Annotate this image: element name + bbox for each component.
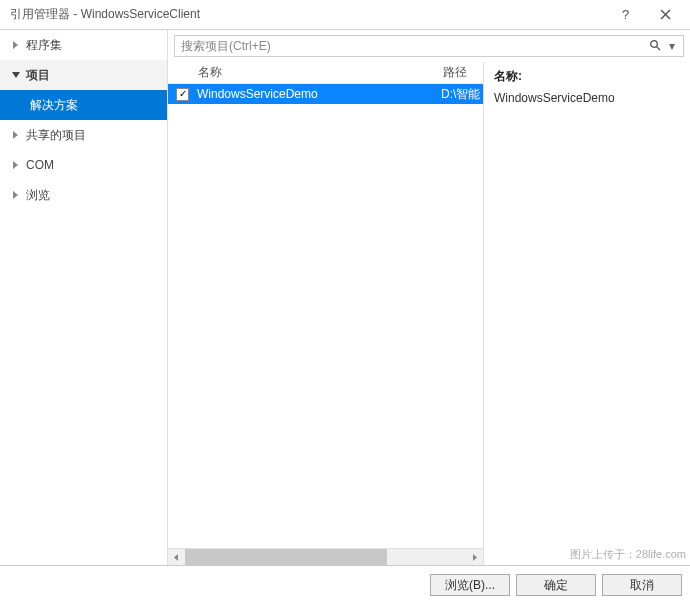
details-name-label: 名称: xyxy=(494,68,680,85)
sidebar-item-com[interactable]: COM xyxy=(0,150,167,180)
titlebar-controls: ? xyxy=(605,1,685,29)
scrollbar-track[interactable] xyxy=(185,549,466,565)
main-area: 程序集 项目 解决方案 共享的项目 COM 浏览 xyxy=(0,30,690,566)
titlebar: 引用管理器 - WindowsServiceClient ? xyxy=(0,0,690,30)
ok-button[interactable]: 确定 xyxy=(516,574,596,596)
content-row: 名称 路径 ✓ WindowsServiceDemo D:\智能 xyxy=(168,62,690,565)
scroll-left-icon[interactable] xyxy=(168,549,185,566)
column-header-path[interactable]: 路径 xyxy=(443,64,483,81)
svg-line-4 xyxy=(657,46,661,50)
sidebar-item-shared-projects[interactable]: 共享的项目 xyxy=(0,120,167,150)
list-row[interactable]: ✓ WindowsServiceDemo D:\智能 xyxy=(168,84,483,104)
chevron-right-icon xyxy=(10,41,22,49)
sidebar-item-label: 共享的项目 xyxy=(26,127,86,144)
sidebar-item-label: COM xyxy=(26,158,54,172)
sidebar-item-label: 浏览 xyxy=(26,187,50,204)
column-header-name[interactable]: 名称 xyxy=(198,64,443,81)
horizontal-scrollbar[interactable] xyxy=(168,548,483,565)
svg-text:?: ? xyxy=(622,8,629,22)
dialog-footer: 浏览(B)... 确定 取消 xyxy=(0,566,690,604)
cancel-button[interactable]: 取消 xyxy=(602,574,682,596)
sidebar-item-assemblies[interactable]: 程序集 xyxy=(0,30,167,60)
sidebar: 程序集 项目 解决方案 共享的项目 COM 浏览 xyxy=(0,30,168,565)
search-bar[interactable]: ▾ xyxy=(174,35,684,57)
browse-button[interactable]: 浏览(B)... xyxy=(430,574,510,596)
sidebar-item-label: 项目 xyxy=(26,67,50,84)
checkbox[interactable]: ✓ xyxy=(176,88,189,101)
details-panel: 名称: WindowsServiceDemo xyxy=(484,62,690,565)
row-path: D:\智能 xyxy=(441,86,480,103)
row-name: WindowsServiceDemo xyxy=(197,87,441,101)
chevron-right-icon xyxy=(10,161,22,169)
middle-column: ▾ 名称 路径 ✓ WindowsServiceDemo D:\智能 xyxy=(168,30,690,565)
help-button[interactable]: ? xyxy=(605,1,645,29)
details-name-value: WindowsServiceDemo xyxy=(494,91,680,105)
svg-point-3 xyxy=(651,40,658,47)
list-body: ✓ WindowsServiceDemo D:\智能 xyxy=(168,84,483,548)
chevron-down-icon[interactable]: ▾ xyxy=(669,39,675,53)
window-title: 引用管理器 - WindowsServiceClient xyxy=(10,6,605,23)
scroll-right-icon[interactable] xyxy=(466,549,483,566)
chevron-right-icon xyxy=(10,191,22,199)
sidebar-subitem-solution[interactable]: 解决方案 xyxy=(0,90,167,120)
search-icon[interactable] xyxy=(649,39,661,54)
sidebar-subitem-label: 解决方案 xyxy=(30,97,78,114)
sidebar-item-label: 程序集 xyxy=(26,37,62,54)
list-panel: 名称 路径 ✓ WindowsServiceDemo D:\智能 xyxy=(168,62,484,565)
chevron-down-icon xyxy=(10,71,22,79)
close-button[interactable] xyxy=(645,1,685,29)
chevron-right-icon xyxy=(10,131,22,139)
sidebar-item-browse[interactable]: 浏览 xyxy=(0,180,167,210)
list-header: 名称 路径 xyxy=(168,62,483,84)
sidebar-item-projects[interactable]: 项目 xyxy=(0,60,167,90)
search-input[interactable] xyxy=(181,39,645,53)
scrollbar-thumb[interactable] xyxy=(185,549,387,565)
